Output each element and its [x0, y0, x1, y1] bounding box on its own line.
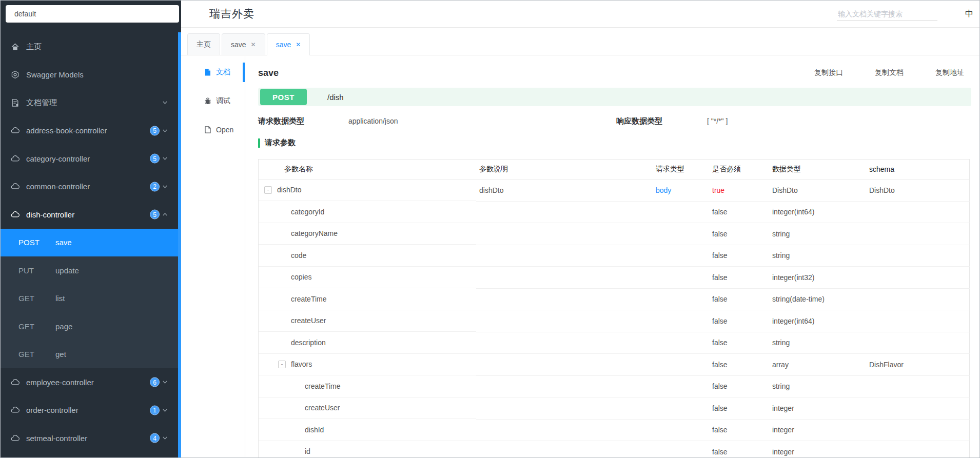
param-name-cell: createTime	[259, 288, 476, 310]
api-doc-pane: save 复制接口复制文档复制地址 POST /dish 请求数据类型 appl…	[245, 56, 979, 457]
sidebar-item-address-book-controller[interactable]: address-book-controller 5	[1, 117, 178, 145]
col-header-5: schema	[866, 160, 970, 179]
copy-action-2[interactable]: 复制地址	[935, 68, 964, 77]
param-datatype-cell: integer(int64)	[769, 310, 866, 332]
language-toggle[interactable]: 中	[965, 9, 973, 19]
param-reqtype-cell	[653, 375, 709, 397]
sidebar-item-order-controller[interactable]: order-controller 1	[1, 396, 178, 425]
api-path: /dish	[327, 93, 344, 102]
endpoint-name: page	[55, 322, 72, 331]
param-schema-cell: DishDto	[866, 179, 970, 201]
doc-manage-icon	[11, 98, 19, 107]
open-icon	[204, 126, 212, 134]
header-right: 中	[837, 8, 979, 21]
param-datatype-cell: integer	[769, 397, 866, 420]
app-title: 瑞吉外卖	[209, 7, 254, 21]
param-datatype-cell: integer	[769, 441, 866, 458]
param-name: createTime	[291, 295, 327, 303]
param-name: id	[305, 447, 310, 455]
table-row: dishId false integer	[259, 419, 970, 441]
param-schema-cell	[866, 397, 970, 420]
sidebar-item-swagger-models[interactable]: Swagger Models	[1, 61, 178, 89]
param-required-cell: false	[709, 267, 769, 289]
content-row: 文档 调试 Open save 复制接口复制文档复制地址 POST /dish …	[181, 56, 979, 457]
knife4j-window: default 主页 Swagger Models 文档管理 address-b…	[0, 0, 980, 458]
tab-save-2[interactable]: save ✕	[267, 33, 310, 55]
chevron-down-icon	[162, 435, 168, 442]
tab-label: save	[276, 41, 291, 49]
close-icon[interactable]: ✕	[296, 41, 301, 48]
param-desc-cell	[476, 397, 653, 420]
sidebar-endpoint-get[interactable]: GET get	[1, 341, 178, 369]
sidebar-item-category-controller[interactable]: category-controller 5	[1, 145, 178, 173]
method-strip: POST /dish	[258, 88, 971, 106]
request-params-title: 请求参数	[265, 138, 296, 148]
sidebar-item-label: 文档管理	[26, 98, 57, 108]
param-schema-cell	[866, 419, 970, 441]
param-schema-cell	[866, 375, 970, 397]
sidebar-item-label: order-controller	[26, 406, 79, 414]
doc-sidebar-item-调试[interactable]: 调试	[181, 87, 245, 115]
api-title-row: save 复制接口复制文档复制地址	[258, 65, 971, 81]
sidebar-item-employee-controller[interactable]: employee-controller 6	[1, 368, 178, 396]
tab-bar: 主页 save ✕ save ✕	[181, 28, 979, 55]
api-icon	[11, 154, 19, 163]
col-header-1: 参数说明	[476, 160, 653, 179]
doc-sidebar-item-label: 调试	[216, 96, 230, 106]
api-icon	[11, 378, 19, 387]
param-required-cell: false	[709, 245, 769, 267]
param-required-cell: false	[709, 310, 769, 332]
param-schema-cell	[866, 441, 970, 458]
copy-action-0[interactable]: 复制接口	[814, 68, 843, 77]
param-name-cell: createUser	[259, 310, 476, 332]
param-reqtype-cell: body	[653, 179, 709, 201]
sidebar-endpoint-list[interactable]: GET list	[1, 285, 178, 313]
param-reqtype-cell	[653, 201, 709, 223]
sidebar-endpoint-page[interactable]: GET page	[1, 312, 178, 341]
http-method-badge: POST	[260, 89, 307, 105]
param-name-cell: createTime	[259, 375, 476, 397]
api-group-select[interactable]: default	[6, 5, 179, 23]
param-desc-cell	[476, 332, 653, 354]
param-schema-cell	[866, 267, 970, 289]
api-icon	[11, 406, 19, 414]
sidebar-endpoint-update[interactable]: PUT update	[1, 256, 178, 285]
param-datatype-cell: string	[769, 223, 866, 245]
sidebar-item-setmeal-controller[interactable]: setmeal-controller 4	[1, 424, 178, 452]
params-table-wrap: 参数名称参数说明请求类型是否必须数据类型schema -dishDto dish…	[258, 159, 970, 457]
sidebar-item-dish-controller[interactable]: dish-controller 5	[1, 201, 178, 229]
tab-save-1[interactable]: save ✕	[222, 33, 265, 55]
collapse-toggle[interactable]: -	[278, 361, 286, 368]
sidebar-item-label: 主页	[26, 42, 42, 52]
param-name-cell: code	[259, 245, 476, 267]
param-reqtype-cell	[653, 288, 709, 310]
tab-主页-0[interactable]: 主页	[187, 33, 220, 55]
param-name-cell: categoryName	[259, 223, 476, 245]
table-row: categoryName false string	[259, 223, 970, 245]
sidebar-endpoint-save[interactable]: POST save	[1, 229, 178, 257]
doc-search-input[interactable]	[837, 8, 937, 21]
param-required-cell: false	[709, 397, 769, 420]
sidebar-item--[interactable]: 文档管理	[1, 89, 178, 117]
param-name-cell: dishId	[259, 419, 476, 441]
param-desc-cell	[476, 441, 653, 458]
doc-sidebar-item-label: 文档	[216, 68, 230, 77]
doc-sidebar-item-Open[interactable]: Open	[181, 115, 245, 144]
copy-action-1[interactable]: 复制文档	[875, 68, 904, 77]
doc-sidebar-item-文档[interactable]: 文档	[181, 58, 245, 87]
param-name: dishDto	[277, 186, 301, 194]
param-desc-cell	[476, 375, 653, 397]
api-title: save	[258, 68, 279, 78]
sidebar-item-label: setmeal-controller	[26, 434, 87, 443]
table-row: code false string	[259, 245, 970, 267]
close-icon[interactable]: ✕	[251, 41, 256, 48]
chevron-down-icon	[162, 127, 168, 134]
collapse-toggle[interactable]: -	[264, 186, 272, 194]
param-reqtype-cell	[653, 419, 709, 441]
sidebar-item-common-controller[interactable]: common-controller 2	[1, 173, 178, 201]
param-desc-cell	[476, 201, 653, 223]
param-schema-cell	[866, 332, 970, 354]
sidebar-item--[interactable]: 主页	[1, 33, 178, 61]
param-required-cell: false	[709, 441, 769, 458]
param-name: description	[291, 338, 326, 347]
